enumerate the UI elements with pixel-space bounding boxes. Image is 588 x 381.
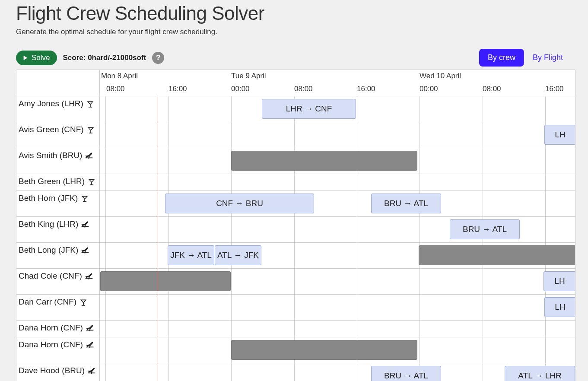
- now-indicator: [158, 295, 158, 320]
- crew-label-cell: Beth Green (LHR): [16, 174, 100, 190]
- gridline: [420, 217, 420, 242]
- gridline: [168, 337, 169, 363]
- gridline: [231, 122, 232, 148]
- toolbar-left: Solve Score: 0hard/-21000soft ?: [16, 51, 164, 65]
- flight-block[interactable]: LHR → CNF: [262, 99, 356, 119]
- flight-block[interactable]: BRU → ATL: [371, 194, 441, 213]
- gridline: [483, 174, 483, 190]
- gridline: [168, 295, 169, 320]
- gridline: [545, 337, 546, 363]
- gridline: [545, 217, 546, 242]
- flight-block[interactable]: BRU → ATL: [450, 219, 520, 239]
- pilot-icon: [85, 152, 93, 161]
- gridline: [231, 96, 232, 122]
- flight-block[interactable]: ATL → JFK: [215, 245, 261, 265]
- gridline: [420, 295, 420, 320]
- gridline: [105, 243, 106, 268]
- gridline: [231, 295, 232, 320]
- gridline: [483, 295, 483, 320]
- gridline: [294, 174, 295, 190]
- now-indicator: [158, 363, 158, 381]
- gridline: [105, 191, 106, 216]
- crew-name: Avis Green (CNF): [19, 125, 84, 134]
- gridline: [420, 321, 420, 337]
- gridline: [483, 96, 483, 122]
- gridline: [420, 269, 420, 294]
- time-label: 08:00: [106, 85, 125, 93]
- crew-name: Beth Long (JFK): [19, 245, 78, 255]
- crew-row: Beth Horn (JFK)CNF → BRUBRU → ATL: [16, 191, 575, 217]
- time-label: 08:00: [294, 85, 313, 93]
- gridline: [483, 269, 483, 294]
- unavailable-block[interactable]: [231, 340, 417, 360]
- crew-name: Amy Jones (LHR): [19, 99, 83, 108]
- header-blank: [16, 70, 100, 96]
- flight-block[interactable]: LH: [544, 297, 575, 317]
- unavailable-block[interactable]: [231, 151, 417, 171]
- gridline: [483, 148, 483, 174]
- gridline: [231, 363, 232, 381]
- page-title: Flight Crew Scheduling Solver: [16, 3, 572, 24]
- now-indicator: [158, 321, 158, 337]
- gridline: [357, 295, 357, 320]
- gridline: [231, 321, 232, 337]
- gridline: [168, 122, 169, 148]
- solve-button-label: Solve: [32, 54, 50, 62]
- crew-name: Dana Horn (CNF): [19, 323, 83, 333]
- gridline: [483, 337, 483, 363]
- time-label: 16:00: [545, 85, 564, 93]
- crew-row: Dana Horn (CNF): [16, 337, 575, 363]
- gridline: [231, 269, 232, 294]
- attendant-icon: [80, 195, 89, 203]
- gridline: [357, 122, 357, 148]
- gridline: [294, 269, 295, 294]
- flight-block[interactable]: BRU → ATL: [371, 366, 441, 381]
- crew-row: Avis Smith (BRU): [16, 148, 575, 174]
- crew-label-cell: Beth Long (JFK): [16, 243, 100, 268]
- now-indicator: [158, 191, 158, 216]
- gridline: [357, 96, 357, 122]
- play-icon: [21, 54, 30, 62]
- gridline: [231, 217, 232, 242]
- gridline: [105, 295, 106, 320]
- score-label: Score: 0hard/-21000soft: [63, 54, 146, 62]
- gridline: [294, 295, 295, 320]
- gridline: [420, 174, 420, 190]
- gridline: [420, 148, 420, 174]
- pilot-icon: [81, 247, 89, 255]
- unavailable-block[interactable]: [100, 271, 231, 291]
- gridline: [105, 363, 106, 381]
- flight-block[interactable]: CNF → BRU: [165, 194, 314, 213]
- gridline: [420, 96, 420, 122]
- pilot-icon: [85, 273, 93, 281]
- page-subtitle: Generate the optimal schedule for your f…: [16, 28, 572, 36]
- view-toggle: By crew By Flight: [479, 48, 572, 67]
- gridline: [357, 243, 357, 268]
- gridline: [545, 191, 546, 216]
- gridline: [483, 191, 483, 216]
- solve-button[interactable]: Solve: [16, 51, 57, 65]
- toggle-by-flight[interactable]: By Flight: [524, 49, 572, 67]
- now-indicator: [158, 337, 158, 363]
- flight-block[interactable]: LH: [544, 125, 575, 145]
- crew-label-cell: Chad Cole (CNF): [16, 269, 100, 294]
- gridline: [357, 191, 357, 216]
- unavailable-block[interactable]: [419, 245, 575, 265]
- flight-block[interactable]: JFK → ATL: [168, 245, 214, 265]
- crew-label-cell: Beth King (LHR): [16, 217, 100, 242]
- flight-block[interactable]: ATL → LHR: [505, 366, 575, 381]
- gridline: [545, 174, 546, 190]
- crew-row: Beth King (LHR)BRU → ATL: [16, 217, 575, 243]
- flight-block[interactable]: LH: [544, 271, 575, 291]
- gridline: [357, 363, 357, 381]
- gridline: [357, 269, 357, 294]
- crew-name: Dan Carr (CNF): [19, 297, 76, 307]
- gridline: [483, 321, 483, 337]
- help-button[interactable]: ?: [152, 52, 164, 64]
- toggle-by-crew[interactable]: By crew: [479, 49, 524, 67]
- gridline: [168, 96, 169, 122]
- crew-label-cell: Avis Smith (BRU): [16, 148, 100, 174]
- time-label: 16:00: [357, 85, 375, 93]
- now-indicator: [158, 148, 158, 174]
- gridline: [545, 96, 546, 122]
